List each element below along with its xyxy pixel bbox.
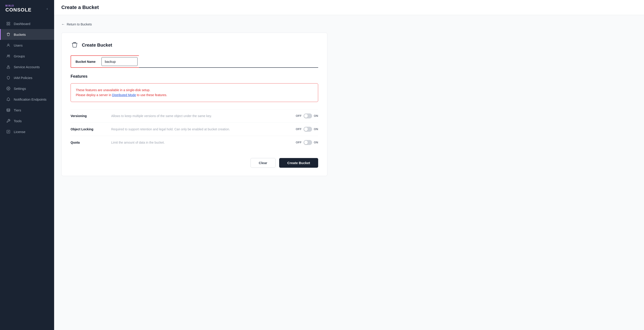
quota-toggle: OFF ON xyxy=(296,140,318,145)
bucket-name-label: Bucket Name xyxy=(70,55,100,68)
svg-point-4 xyxy=(8,44,9,45)
tiers-icon xyxy=(6,108,10,112)
sidebar-item-notification-endpoints[interactable]: Notification Endpoints xyxy=(0,94,54,105)
back-arrow-icon: ← xyxy=(61,22,65,26)
versioning-toggle-switch[interactable] xyxy=(304,113,312,118)
warning-text: These features are unavailable in a sing… xyxy=(76,88,313,98)
bucket-name-rest-input[interactable] xyxy=(139,57,318,65)
sidebar-item-iam-policies[interactable]: IAM Policies xyxy=(0,72,54,83)
sidebar-item-buckets[interactable]: Buckets xyxy=(0,29,54,40)
quota-description: Limit the amount of data in the bucket. xyxy=(111,141,291,144)
svg-point-6 xyxy=(9,55,10,56)
sidebar-item-license-label: License xyxy=(14,130,26,134)
svg-rect-2 xyxy=(7,24,8,25)
sidebar-item-dashboard-label: Dashboard xyxy=(14,22,30,26)
sidebar-item-groups-label: Groups xyxy=(14,54,25,58)
warning-line2-prefix: Please deploy a server in xyxy=(76,93,112,97)
svg-rect-3 xyxy=(9,24,10,25)
sidebar-item-groups[interactable]: Groups xyxy=(0,51,54,61)
sidebar-item-tiers[interactable]: Tiers xyxy=(0,105,54,116)
object-locking-description: Required to support retention and legal … xyxy=(111,127,291,131)
features-section-title: Features xyxy=(70,74,318,79)
svg-point-7 xyxy=(8,65,9,67)
back-link-label: Return to Buckets xyxy=(67,22,92,26)
page-title: Create a Bucket xyxy=(61,4,637,10)
object-locking-label: Object Locking xyxy=(70,127,111,131)
object-locking-on-label: ON xyxy=(314,127,318,131)
action-row: Clear Create Bucket xyxy=(70,158,318,168)
create-bucket-button[interactable]: Create Bucket xyxy=(279,158,318,168)
versioning-on-label: ON xyxy=(314,114,318,118)
quota-on-label: ON xyxy=(314,141,318,144)
versioning-description: Allows to keep multiple versions of the … xyxy=(111,114,291,118)
svg-rect-8 xyxy=(7,67,10,69)
card-title: Create Bucket xyxy=(82,42,112,48)
license-icon xyxy=(6,130,10,134)
bucket-name-row: Bucket Name xyxy=(70,55,318,68)
svg-point-10 xyxy=(7,109,10,110)
sidebar: MIN|O CONSOLE ‹ Dashboard Buckets Users xyxy=(0,0,54,330)
sidebar-item-license[interactable]: License xyxy=(0,126,54,137)
page-content: ← Return to Buckets Create Bucket Bucket… xyxy=(54,15,644,330)
quota-toggle-switch[interactable] xyxy=(304,140,312,145)
bucket-name-input-cell xyxy=(100,55,139,68)
svg-point-9 xyxy=(8,88,9,89)
sidebar-item-tools-label: Tools xyxy=(14,119,22,123)
object-locking-off-label: OFF xyxy=(296,127,302,131)
bucket-name-input[interactable] xyxy=(102,57,138,66)
bucket-name-rest-cell xyxy=(139,55,318,68)
feature-row-object-locking: Object Locking Required to support reten… xyxy=(70,123,318,136)
warning-line2-suffix: to use these features. xyxy=(136,93,167,97)
sidebar-item-tools[interactable]: Tools xyxy=(0,116,54,126)
quota-label: Quota xyxy=(70,141,111,144)
notification-endpoints-icon xyxy=(6,97,10,102)
sidebar-item-dashboard[interactable]: Dashboard xyxy=(0,18,54,29)
sidebar-item-settings[interactable]: Settings xyxy=(0,83,54,94)
sidebar-item-users[interactable]: Users xyxy=(0,40,54,51)
logo-console: CONSOLE xyxy=(6,7,32,13)
feature-row-quota: Quota Limit the amount of data in the bu… xyxy=(70,136,318,149)
return-to-buckets-link[interactable]: ← Return to Buckets xyxy=(61,22,92,26)
logo: MIN|O CONSOLE xyxy=(6,4,32,13)
feature-row-versioning: Versioning Allows to keep multiple versi… xyxy=(70,109,318,123)
versioning-label: Versioning xyxy=(70,114,111,118)
settings-icon xyxy=(6,86,10,91)
versioning-toggle: OFF ON xyxy=(296,113,318,118)
card-header: Create Bucket xyxy=(70,41,318,49)
sidebar-nav: Dashboard Buckets Users Groups Service A xyxy=(0,16,54,330)
sidebar-item-notification-endpoints-label: Notification Endpoints xyxy=(14,97,46,101)
svg-rect-11 xyxy=(7,130,10,133)
warning-box: These features are unavailable in a sing… xyxy=(70,83,318,102)
sidebar-item-tiers-label: Tiers xyxy=(14,108,21,112)
logo-mini: MIN|O xyxy=(6,4,32,7)
collapse-sidebar-button[interactable]: ‹ xyxy=(46,6,49,12)
dashboard-icon xyxy=(6,21,10,26)
svg-point-5 xyxy=(8,55,8,56)
versioning-off-label: OFF xyxy=(296,114,302,118)
clear-button[interactable]: Clear xyxy=(250,158,276,168)
sidebar-item-iam-policies-label: IAM Policies xyxy=(14,76,32,80)
sidebar-logo: MIN|O CONSOLE ‹ xyxy=(0,0,54,16)
svg-rect-0 xyxy=(7,22,8,23)
object-locking-toggle-switch[interactable] xyxy=(304,127,312,132)
distributed-mode-link[interactable]: Distributed Mode xyxy=(112,93,136,97)
bucket-icon xyxy=(70,41,79,49)
sidebar-item-settings-label: Settings xyxy=(14,87,26,91)
quota-off-label: OFF xyxy=(296,141,302,144)
iam-policies-icon xyxy=(6,75,10,80)
sidebar-item-users-label: Users xyxy=(14,43,22,47)
buckets-icon xyxy=(6,32,10,37)
groups-icon xyxy=(6,54,10,58)
users-icon xyxy=(6,43,10,47)
service-accounts-icon xyxy=(6,65,10,69)
object-locking-toggle: OFF ON xyxy=(296,127,318,132)
warning-line1: These features are unavailable in a sing… xyxy=(76,88,150,92)
svg-rect-1 xyxy=(9,22,10,23)
sidebar-item-service-accounts[interactable]: Service Accounts xyxy=(0,61,54,72)
create-bucket-card: Create Bucket Bucket Name Features These… xyxy=(61,33,328,176)
page-header: Create a Bucket xyxy=(54,0,644,15)
tools-icon xyxy=(6,119,10,123)
main-content: Create a Bucket ← Return to Buckets Crea… xyxy=(54,0,644,330)
sidebar-item-buckets-label: Buckets xyxy=(14,33,26,36)
sidebar-item-service-accounts-label: Service Accounts xyxy=(14,65,40,69)
